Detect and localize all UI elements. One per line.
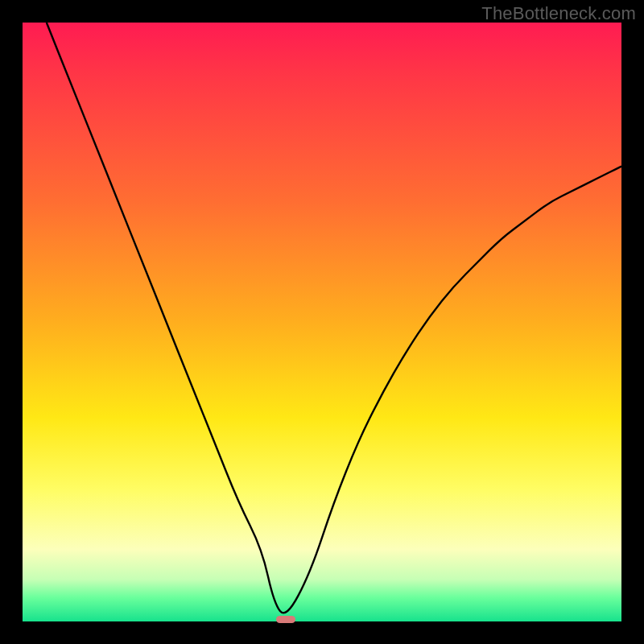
watermark-text: TheBottleneck.com: [481, 3, 636, 24]
bottleneck-curve: [23, 23, 621, 621]
optimal-marker: [276, 616, 295, 623]
plot-area: [23, 23, 621, 621]
curve-path: [47, 23, 621, 613]
chart-frame: TheBottleneck.com: [0, 0, 644, 644]
